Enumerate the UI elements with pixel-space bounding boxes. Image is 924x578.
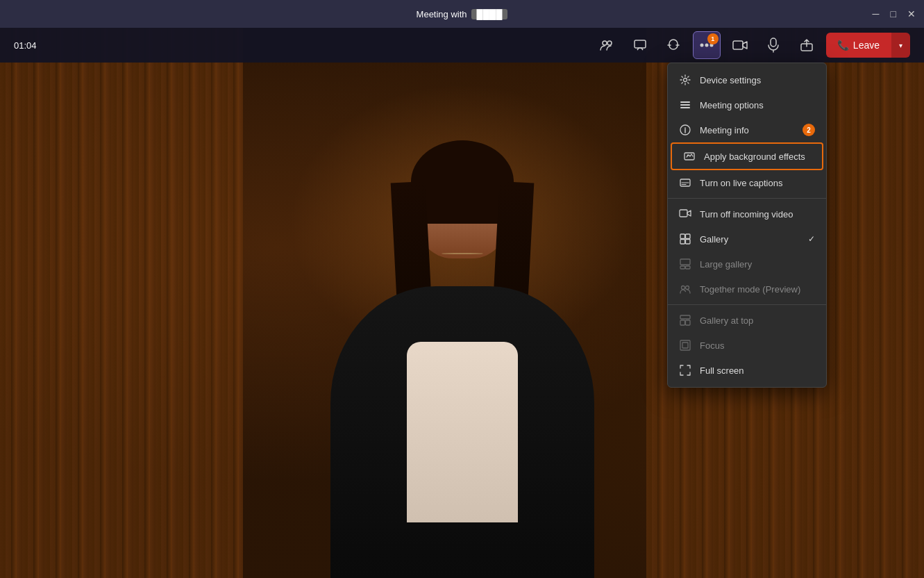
participants-icon <box>600 38 614 52</box>
device-settings-icon <box>679 74 691 86</box>
svg-rect-31 <box>682 342 688 348</box>
menu-item-device-settings[interactable]: Device settings <box>668 67 826 92</box>
svg-rect-22 <box>680 259 690 265</box>
chat-button[interactable] <box>626 31 654 59</box>
svg-point-9 <box>684 79 687 82</box>
close-button[interactable]: ✕ <box>907 8 916 19</box>
menu-item-focus: Focus <box>668 333 826 358</box>
svg-rect-10 <box>680 101 690 103</box>
svg-rect-17 <box>680 210 687 217</box>
gallery-icon <box>679 233 691 245</box>
menu-item-turn-off-video[interactable]: Turn off incoming video <box>668 201 826 226</box>
chat-icon <box>633 38 647 52</box>
together-mode-icon <box>679 283 691 295</box>
camera-icon <box>732 40 748 51</box>
svg-rect-30 <box>680 340 690 350</box>
meeting-toolbar: 01:04 <box>0 28 924 63</box>
meeting-options-icon <box>679 99 691 111</box>
title-bar: Meeting with ████ ─ □ ✕ <box>0 0 924 28</box>
svg-point-4 <box>705 44 708 47</box>
share-button[interactable] <box>793 31 821 59</box>
gallery-top-icon <box>679 314 691 327</box>
leave-label: Leave <box>853 40 880 51</box>
more-dropdown-menu: Device settings Meeting options Meeting … <box>667 63 827 388</box>
svg-point-0 <box>603 41 607 45</box>
large-gallery-label: Large gallery <box>700 259 752 270</box>
menu-item-large-gallery: Large gallery <box>668 251 826 276</box>
svg-rect-24 <box>686 266 691 269</box>
leave-chevron-button[interactable]: ▾ <box>891 33 910 58</box>
menu-item-apply-background[interactable]: Apply background effects <box>671 142 823 170</box>
focus-icon <box>679 339 691 352</box>
more-button[interactable]: 1 <box>693 31 721 59</box>
gallery-check: ✓ <box>808 234 815 244</box>
menu-divider-1 <box>668 198 826 199</box>
svg-rect-2 <box>635 40 646 48</box>
svg-point-15 <box>687 155 689 156</box>
window-controls[interactable]: ─ □ ✕ <box>873 0 916 28</box>
react-icon <box>666 38 680 52</box>
svg-rect-21 <box>686 240 691 245</box>
meeting-info-icon <box>679 124 691 136</box>
apply-background-icon <box>683 150 696 163</box>
meeting-timer: 01:04 <box>14 40 37 51</box>
toolbar-actions: 1 📞 Leave ▾ <box>593 31 910 59</box>
full-screen-icon <box>679 364 691 377</box>
maximize-button[interactable]: □ <box>891 8 896 19</box>
svg-rect-12 <box>680 107 690 108</box>
title-blur: ████ <box>471 9 508 19</box>
svg-rect-7 <box>771 38 776 47</box>
leave-button-group: 📞 Leave ▾ <box>826 33 910 58</box>
menu-divider-2 <box>668 304 826 305</box>
svg-rect-20 <box>680 240 685 245</box>
participants-button[interactable] <box>593 31 621 59</box>
live-captions-icon <box>679 176 691 189</box>
svg-rect-19 <box>686 234 691 239</box>
menu-item-meeting-info[interactable]: Meeting info 2 <box>668 117 826 142</box>
leave-button[interactable]: 📞 Leave <box>826 33 891 58</box>
svg-point-1 <box>607 41 612 45</box>
svg-point-3 <box>700 44 703 47</box>
more-badge: 1 <box>707 33 719 44</box>
menu-item-full-screen[interactable]: Full screen <box>668 358 826 383</box>
full-screen-label: Full screen <box>700 365 744 376</box>
menu-item-meeting-options[interactable]: Meeting options <box>668 92 826 117</box>
meeting-title: Meeting with <box>417 9 467 19</box>
live-captions-label: Turn on live captions <box>700 178 782 188</box>
menu-item-together-mode: Together mode (Preview) <box>668 276 826 302</box>
phone-icon: 📞 <box>837 40 849 51</box>
meeting-info-badge: 2 <box>803 124 815 136</box>
participant-video <box>296 126 629 578</box>
camera-button[interactable] <box>726 31 754 59</box>
svg-rect-6 <box>733 41 743 49</box>
bookshelf-left <box>0 28 243 578</box>
menu-item-live-captions[interactable]: Turn on live captions <box>668 170 826 195</box>
focus-label: Focus <box>700 340 724 351</box>
together-mode-label: Together mode (Preview) <box>700 284 800 295</box>
mic-icon <box>768 38 779 53</box>
gallery-top-label: Gallery at top <box>700 315 753 326</box>
svg-rect-23 <box>680 266 685 269</box>
svg-rect-11 <box>680 104 690 106</box>
menu-item-gallery[interactable]: Gallery ✓ <box>668 226 826 251</box>
svg-point-26 <box>686 286 689 290</box>
device-settings-label: Device settings <box>700 75 761 85</box>
svg-rect-29 <box>686 320 691 325</box>
react-button[interactable] <box>660 31 687 59</box>
minimize-button[interactable]: ─ <box>873 8 880 19</box>
meeting-info-label: Meeting info <box>700 125 749 135</box>
svg-rect-18 <box>680 234 685 239</box>
svg-point-25 <box>682 286 685 290</box>
svg-rect-28 <box>680 320 685 325</box>
share-icon <box>800 38 814 52</box>
svg-rect-27 <box>680 315 690 319</box>
gallery-label: Gallery <box>700 234 728 245</box>
mic-button[interactable] <box>759 31 787 59</box>
menu-item-gallery-top: Gallery at top <box>668 308 826 333</box>
meeting-options-label: Meeting options <box>700 100 764 110</box>
large-gallery-icon <box>679 258 691 270</box>
turn-off-video-icon <box>679 208 691 220</box>
turn-off-video-label: Turn off incoming video <box>700 209 793 220</box>
apply-background-label: Apply background effects <box>704 151 805 162</box>
